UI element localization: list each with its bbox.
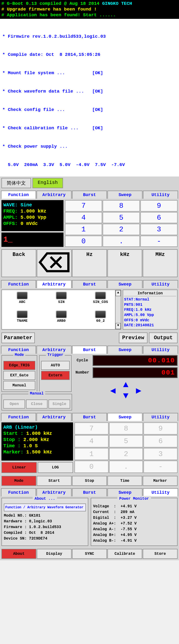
key-3[interactable]: 3 — [144, 448, 178, 460]
ext-gate-button[interactable]: EXT_Gate — [3, 371, 35, 380]
tab-function[interactable]: Function — [1, 346, 36, 354]
key-3[interactable]: 3 — [140, 224, 178, 235]
arrow-up-icon[interactable]: ▲ — [120, 380, 131, 390]
item-label: ABC — [19, 300, 25, 304]
key-9[interactable]: 9 — [144, 422, 178, 435]
linear-button[interactable]: Linear — [2, 462, 37, 473]
list-item[interactable]: 60_2 — [82, 310, 119, 328]
key-dot[interactable]: . — [109, 460, 143, 473]
key-4[interactable]: 4 — [74, 435, 108, 448]
lang-chinese[interactable]: 简体中文 — [2, 178, 31, 188]
time-button[interactable]: Time — [108, 476, 142, 486]
key-7[interactable]: 7 — [65, 200, 102, 212]
key-minus[interactable]: - — [140, 236, 178, 247]
list-item[interactable]: SIN — [42, 292, 80, 309]
back-button[interactable]: Back — [2, 249, 36, 277]
marker-button[interactable]: Marker — [143, 476, 178, 486]
unit-mhz[interactable]: MHz — [143, 249, 178, 277]
start-button[interactable]: Start — [37, 476, 72, 486]
output-button[interactable]: Output — [149, 332, 178, 343]
log-button[interactable]: LOG — [38, 462, 73, 473]
sweep-bottombar: Mode Start Stop Time Marker — [0, 474, 179, 487]
tab-function[interactable]: Function — [1, 488, 36, 496]
scrollbar[interactable]: ▲ ▼ — [115, 290, 121, 329]
key-7[interactable]: 7 — [74, 422, 108, 435]
key-8[interactable]: 8 — [103, 200, 140, 212]
pm-aplus: Analog A+: +7.52 V — [93, 521, 175, 526]
tab-arbitrary[interactable]: Arbitrary — [36, 488, 72, 496]
tab-utility[interactable]: Utility — [143, 488, 178, 496]
unit-hz[interactable]: Hz — [72, 249, 107, 277]
tab-burst[interactable]: Burst — [72, 190, 107, 199]
tab-utility[interactable]: Utility — [143, 346, 178, 354]
tab-arbitrary[interactable]: Arbitrary — [36, 346, 72, 354]
scroll-up-icon[interactable]: ▲ — [116, 290, 121, 296]
tab-arbitrary[interactable]: Arbitrary — [36, 190, 72, 199]
arrow-down-icon[interactable]: ▼ — [120, 390, 131, 402]
fw-l6: * Check calibration file ... [OK] — [2, 125, 176, 132]
tab-sweep[interactable]: Sweep — [108, 413, 142, 421]
auto-button[interactable]: AUTO — [41, 361, 70, 370]
key-2[interactable]: 2 — [103, 224, 140, 235]
tab-arbitrary[interactable]: Arbitrary — [36, 413, 72, 421]
tab-burst[interactable]: Burst — [72, 346, 107, 354]
calibrate-button[interactable]: Calibrate — [108, 549, 142, 559]
key-5[interactable]: 5 — [103, 212, 140, 224]
mode-button[interactable]: Mode — [2, 476, 36, 486]
hardware-row: Hardware : 0,logic.03 — [4, 518, 86, 524]
tab-burst[interactable]: Burst — [72, 488, 107, 496]
extern-button[interactable]: Extern — [41, 371, 70, 380]
unit-khz[interactable]: kHz — [108, 249, 142, 277]
list-item[interactable]: TNAME — [3, 310, 41, 328]
display-button[interactable]: Display — [37, 549, 72, 559]
arrow-right-icon[interactable]: ▶ — [133, 385, 144, 396]
tab-function[interactable]: Function — [1, 190, 36, 199]
key-9[interactable]: 9 — [140, 200, 178, 212]
tab-sweep[interactable]: Sweep — [108, 346, 142, 354]
tab-utility[interactable]: Utility — [143, 190, 178, 199]
list-item[interactable]: ABC — [3, 292, 41, 309]
lang-english[interactable]: English — [32, 178, 63, 188]
sync-button[interactable]: SYNC — [72, 549, 107, 559]
tab-burst[interactable]: Burst — [72, 413, 107, 421]
key-6[interactable]: 6 — [144, 435, 178, 448]
parameter-button[interactable]: Parameter — [2, 332, 35, 343]
chip-icon — [16, 310, 28, 318]
key-dot[interactable]: . — [103, 236, 140, 247]
arrow-left-icon[interactable]: ◀ — [108, 385, 118, 396]
key-0[interactable]: 0 — [74, 460, 108, 473]
store-button[interactable]: Store — [143, 549, 178, 559]
key-4[interactable]: 4 — [65, 212, 102, 224]
tab-arbitrary[interactable]: Arbitrary — [36, 280, 72, 288]
tab-sweep[interactable]: Sweep — [108, 280, 142, 288]
model-row: Model NO.: GK101 — [4, 513, 86, 518]
key-8[interactable]: 8 — [109, 422, 143, 435]
tab-sweep[interactable]: Sweep — [108, 190, 142, 199]
tab-utility[interactable]: Utility — [143, 280, 178, 288]
stop-button[interactable]: Stop — [72, 476, 107, 486]
tab-function[interactable]: Function — [1, 280, 36, 288]
single-button[interactable]: Single — [48, 400, 70, 408]
tab-function[interactable]: Function — [1, 413, 36, 421]
open-button[interactable]: Open — [3, 400, 25, 408]
edge-trig-button[interactable]: Edge_TRIG — [3, 361, 35, 370]
key-0[interactable]: 0 — [65, 236, 102, 247]
list-item[interactable]: SIN_COS — [82, 292, 119, 309]
key-1[interactable]: 1 — [74, 448, 108, 460]
close-button[interactable]: Close — [26, 400, 48, 408]
key-2[interactable]: 2 — [109, 448, 143, 460]
fw-l1: * Firmwire rev.1.0.2.build533,logic.03 — [2, 34, 176, 40]
key-minus[interactable]: - — [144, 460, 178, 473]
tab-burst[interactable]: Burst — [72, 280, 107, 288]
tab-utility[interactable]: Utility — [143, 413, 178, 421]
scroll-down-icon[interactable]: ▼ — [116, 323, 121, 329]
manual-button[interactable]: Manual — [3, 381, 35, 390]
key-5[interactable]: 5 — [109, 435, 143, 448]
preview-button[interactable]: Preview — [119, 332, 148, 343]
key-6[interactable]: 6 — [140, 212, 178, 224]
key-1[interactable]: 1 — [65, 224, 102, 235]
tab-sweep[interactable]: Sweep — [108, 488, 142, 496]
about-button[interactable]: About — [2, 549, 36, 559]
list-item[interactable]: ARB0 — [42, 310, 80, 328]
delete-button[interactable] — [37, 249, 72, 277]
